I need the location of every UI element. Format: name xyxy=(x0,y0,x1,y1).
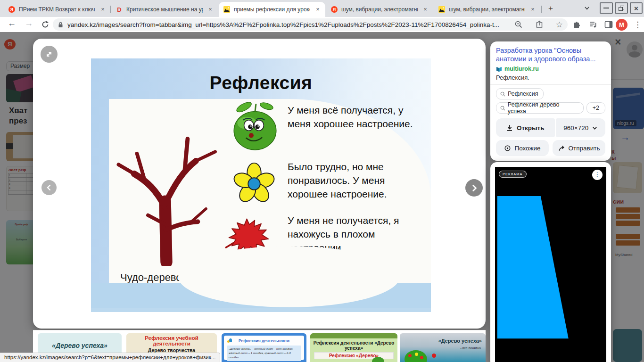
ad-label-badge: РЕКЛАМА xyxy=(499,171,527,178)
tab-title: приемы рефлексии для уроков о xyxy=(234,6,310,13)
yandex-images-favicon-icon xyxy=(438,6,445,13)
restore-icon xyxy=(619,6,624,11)
search-icon xyxy=(500,106,505,111)
similar-icon xyxy=(504,145,511,152)
image-title-link[interactable]: Разработка урока "Основы анатомии и здор… xyxy=(496,46,605,63)
next-image-button[interactable] xyxy=(465,179,483,197)
yellow-flower-icon xyxy=(231,159,277,206)
forward-button[interactable]: → xyxy=(25,18,33,28)
chevron-down-icon xyxy=(592,125,597,131)
green-apple-icon xyxy=(229,100,281,153)
tab-strip: Я ПРием ТРКМ Возврат к ключевы × D Крити… xyxy=(0,0,644,17)
tab-search-chevron-icon[interactable] xyxy=(584,5,590,11)
yandex-favicon-icon: Я xyxy=(8,6,15,13)
minimize-icon xyxy=(603,8,609,8)
logo-graphic xyxy=(227,338,232,343)
close-icon: × xyxy=(634,4,638,12)
tab-title: ПРием ТРКМ Возврат к ключевы xyxy=(19,6,95,13)
playlist-extension-icon[interactable] xyxy=(588,20,598,29)
reload-button[interactable] xyxy=(41,20,50,29)
window-minimize-button[interactable] xyxy=(600,2,613,14)
browser-toolbar: ← → yandex.kz/images/search?from=tabbar&… xyxy=(0,17,644,32)
more-queries-chip[interactable]: +2 xyxy=(586,102,605,114)
ad-card: РЕКЛАМА ⋮ xyxy=(490,162,611,362)
yandex-images-favicon-icon xyxy=(223,6,230,13)
related-query-chip[interactable]: Рефлексия дерево успеха xyxy=(496,102,584,114)
tab-1[interactable]: Я ПРием ТРКМ Возврат к ключевы × xyxy=(4,2,110,17)
dzen-favicon-icon: D xyxy=(116,6,123,13)
tab-separator xyxy=(433,6,433,13)
tab-3-active[interactable]: приемы рефлексии для уроков о × xyxy=(219,2,325,17)
resolution-dropdown[interactable]: 960×720 xyxy=(556,118,606,137)
tab-4[interactable]: Я шум, вибрации, электромагнитн × xyxy=(326,2,433,17)
bare-tree-graphic xyxy=(105,109,228,266)
tab-title: шум, вибрации, электромагнитн xyxy=(449,6,525,13)
related-thumbnail-4[interactable]: Рефлексия деятельности «Дерево успеха» Р… xyxy=(310,333,397,362)
tab-close-icon[interactable]: × xyxy=(206,6,214,13)
side-panel-icon[interactable] xyxy=(604,20,613,29)
open-image-button[interactable]: Открыть xyxy=(496,118,555,137)
slide-item-text: Было трудно, но мне понравилось. У меня … xyxy=(288,160,427,201)
image-viewer-modal: Рефлексия xyxy=(33,39,486,329)
url-text: yandex.kz/images/search?from=tabbar&img_… xyxy=(67,21,514,28)
ad-graphic-shape xyxy=(495,167,606,362)
related-thumbnail-3[interactable]: Рефлексия деятельности «Дерево успеха» –… xyxy=(222,333,306,362)
tab-close-icon[interactable]: × xyxy=(314,6,322,13)
window-close-button[interactable]: × xyxy=(630,2,643,14)
tab-title: шум, вибрации, электромагнитн xyxy=(341,6,418,13)
yandex-favicon-icon: Я xyxy=(331,6,338,13)
viewer-close-button[interactable]: × xyxy=(615,37,621,48)
share-icon[interactable] xyxy=(535,20,544,29)
extensions-puzzle-icon[interactable] xyxy=(572,20,582,29)
image-description: Рефлексия. xyxy=(496,74,605,81)
share-send-button[interactable]: Отправить xyxy=(553,140,605,156)
tab-close-icon[interactable]: × xyxy=(99,6,107,13)
browser-menu-icon[interactable]: ⋮ xyxy=(634,20,642,30)
tab-separator xyxy=(541,6,542,13)
image-info-panel: Разработка урока "Основы анатомии и здор… xyxy=(490,41,611,161)
browser-window: Я ПРием ТРКМ Возврат к ключевы × D Крити… xyxy=(0,0,644,362)
lock-icon xyxy=(58,21,64,28)
previous-image-button[interactable] xyxy=(41,180,57,195)
fullscreen-expand-button[interactable] xyxy=(41,46,58,63)
tab-5[interactable]: шум, вибрации, электромагнитн × xyxy=(434,2,540,17)
similar-images-button[interactable]: Похожие xyxy=(496,140,549,156)
viewed-image-slide[interactable]: Рефлексия xyxy=(91,58,431,312)
search-icon xyxy=(500,91,505,97)
status-bar-url: https://yandex.kz/images/search?p=6&text… xyxy=(0,353,220,362)
tab-title: Критическое мышление на урок xyxy=(126,6,203,13)
back-button[interactable]: ← xyxy=(8,18,16,28)
apple-graphic xyxy=(432,354,436,358)
slide-item-text: У меня всё получается, у меня хорошее на… xyxy=(288,104,427,131)
slide-title: Рефлексия xyxy=(91,73,431,93)
profile-avatar[interactable]: M xyxy=(616,19,627,31)
tab-close-icon[interactable]: × xyxy=(421,6,429,13)
download-icon xyxy=(506,124,513,132)
slide-bottom-band xyxy=(91,283,431,312)
bookmark-star-icon[interactable]: ☆ xyxy=(556,20,563,30)
page-content: Я Размер Хват през Лист реф 1234 Приём р… xyxy=(0,32,644,362)
ad-banner[interactable]: РЕКЛАМА ⋮ xyxy=(495,167,606,362)
tab-close-icon[interactable]: × xyxy=(529,6,537,13)
new-tab-button[interactable]: + xyxy=(545,3,556,15)
slide-caption: Чудо-дерево xyxy=(120,272,182,284)
site-favicon-icon xyxy=(496,66,502,72)
related-query-chip[interactable]: Рефлексия xyxy=(496,88,544,99)
thumbnail-header-band xyxy=(310,333,397,338)
tab-separator xyxy=(110,6,111,13)
ad-menu-icon[interactable]: ⋮ xyxy=(592,170,603,180)
tab-2[interactable]: D Критическое мышление на урок × xyxy=(111,2,218,17)
send-arrow-icon xyxy=(558,145,565,152)
tree-graphic xyxy=(405,350,427,362)
zoom-out-icon[interactable] xyxy=(514,20,523,29)
address-bar[interactable]: yandex.kz/images/search?from=tabbar&img_… xyxy=(53,18,568,31)
window-restore-button[interactable] xyxy=(615,2,628,14)
source-row[interactable]: multiurok.ru xyxy=(496,66,605,72)
source-site-name[interactable]: multiurok.ru xyxy=(504,66,539,72)
divider xyxy=(490,84,611,85)
related-thumbnail-5[interactable]: «Дерево успеха» - все понятно xyxy=(400,333,486,362)
